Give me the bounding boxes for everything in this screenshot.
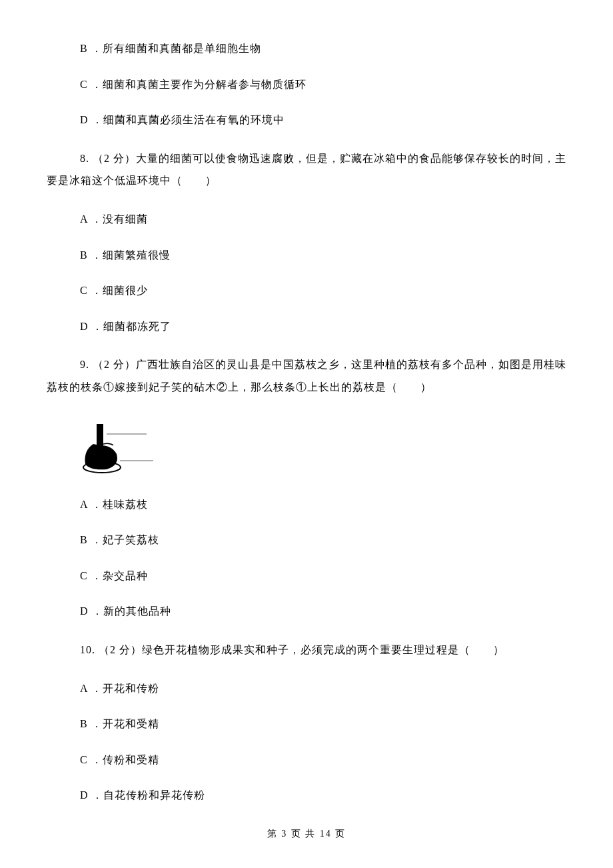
q8-stem: 8. （2 分）大量的细菌可以使食物迅速腐败，但是，贮藏在冰箱中的食品能够保存较… <box>47 147 566 192</box>
q10-option-b: B ．开花和受精 <box>47 715 566 733</box>
grafting-diagram-icon <box>80 417 167 477</box>
q9-option-b: B ．妃子笑荔枝 <box>47 531 566 549</box>
q8-option-c: C ．细菌很少 <box>47 282 566 299</box>
q9-option-c: C ．杂交品种 <box>47 567 566 585</box>
q7-option-d: D ．细菌和真菌必须生活在有氧的环境中 <box>47 111 566 129</box>
page-footer: 第 3 页 共 14 页 <box>0 827 613 841</box>
q10-stem: 10. （2 分）绿色开花植物形成果实和种子，必须完成的两个重要生理过程是（ ） <box>47 639 566 661</box>
q8-option-b: B ．细菌繁殖很慢 <box>47 247 566 264</box>
q9-grafting-figure <box>80 417 167 477</box>
q8-option-a: A ．没有细菌 <box>47 211 566 228</box>
q7-option-c: C ．细菌和真菌主要作为分解者参与物质循环 <box>47 76 566 93</box>
q9-option-d: D ．新的其他品种 <box>47 603 566 620</box>
q9-option-a: A ．桂味荔枝 <box>47 496 566 513</box>
q7-option-b: B ．所有细菌和真菌都是单细胞生物 <box>47 40 566 57</box>
q9-stem: 9. （2 分）广西壮族自治区的灵山县是中国荔枝之乡，这里种植的荔枝有多个品种，… <box>47 353 566 398</box>
q10-option-a: A ．开花和传粉 <box>47 680 566 697</box>
q10-option-d: D ．自花传粉和异花传粉 <box>47 787 566 804</box>
q8-option-d: D ．细菌都冻死了 <box>47 318 566 335</box>
q10-option-c: C ．传粉和受精 <box>47 751 566 769</box>
